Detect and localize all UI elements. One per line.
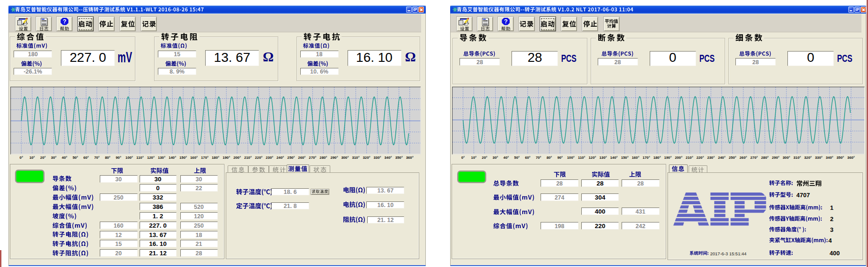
svg-text:140°: 140° (169, 156, 176, 160)
svg-text:360°: 360° (406, 156, 414, 160)
svg-text:300°: 300° (341, 156, 349, 160)
svg-text:350°: 350° (395, 156, 403, 160)
svg-text:350°: 350° (836, 156, 844, 160)
svg-text:30°: 30° (51, 156, 57, 160)
svg-text:270°: 270° (750, 156, 757, 160)
svg-text:210°: 210° (685, 156, 693, 160)
svg-text:200°: 200° (675, 156, 682, 160)
svg-text:120°: 120° (588, 156, 596, 160)
svg-text:100°: 100° (126, 156, 133, 160)
svg-text:360°: 360° (847, 156, 854, 160)
svg-text:160°: 160° (631, 156, 639, 160)
svg-text:260°: 260° (739, 156, 747, 160)
svg-text:190°: 190° (664, 156, 671, 160)
svg-text:190°: 190° (223, 156, 230, 160)
svg-text:180°: 180° (653, 156, 660, 160)
svg-text:150°: 150° (621, 156, 628, 160)
svg-text:320°: 320° (363, 156, 371, 160)
svg-text:330°: 330° (374, 156, 381, 160)
svg-text:280°: 280° (320, 156, 327, 160)
svg-text:300°: 300° (782, 156, 790, 160)
svg-text:310°: 310° (352, 156, 360, 160)
svg-text:170°: 170° (201, 156, 208, 160)
svg-text:50°: 50° (514, 156, 519, 160)
svg-text:40°: 40° (503, 156, 509, 160)
svg-text:40°: 40° (62, 156, 67, 160)
svg-text:280°: 280° (761, 156, 768, 160)
svg-text:20°: 20° (40, 156, 46, 160)
svg-text:140°: 140° (610, 156, 617, 160)
svg-text:60°: 60° (525, 156, 530, 160)
svg-text:30°: 30° (492, 156, 498, 160)
svg-text:290°: 290° (772, 156, 779, 160)
svg-text:250°: 250° (288, 156, 295, 160)
svg-text:0°: 0° (461, 156, 464, 160)
svg-text:90°: 90° (557, 156, 563, 160)
svg-text:50°: 50° (73, 156, 78, 160)
svg-text:220°: 220° (696, 156, 704, 160)
svg-text:100°: 100° (567, 156, 574, 160)
svg-text:80°: 80° (546, 156, 552, 160)
svg-text:110°: 110° (578, 156, 585, 160)
svg-text:180°: 180° (212, 156, 219, 160)
svg-text:210°: 210° (244, 156, 252, 160)
svg-text:150°: 150° (179, 156, 187, 160)
svg-text:170°: 170° (642, 156, 650, 160)
svg-text:230°: 230° (707, 156, 714, 160)
svg-text:90°: 90° (116, 156, 121, 160)
svg-text:310°: 310° (793, 156, 801, 160)
svg-text:290°: 290° (331, 156, 338, 160)
svg-text:260°: 260° (298, 156, 306, 160)
svg-text:240°: 240° (277, 156, 284, 160)
svg-text:240°: 240° (718, 156, 725, 160)
svg-text:20°: 20° (482, 156, 487, 160)
svg-text:10°: 10° (471, 156, 476, 160)
svg-text:250°: 250° (728, 156, 736, 160)
svg-text:330°: 330° (815, 156, 822, 160)
svg-text:110°: 110° (136, 156, 144, 160)
svg-text:130°: 130° (158, 156, 165, 160)
svg-text:160°: 160° (190, 156, 198, 160)
svg-text:320°: 320° (804, 156, 811, 160)
svg-text:10°: 10° (30, 156, 35, 160)
svg-text:220°: 220° (255, 156, 263, 160)
svg-text:0°: 0° (20, 156, 23, 160)
svg-text:70°: 70° (94, 156, 100, 160)
svg-text:80°: 80° (105, 156, 111, 160)
svg-text:70°: 70° (535, 156, 541, 160)
svg-text:200°: 200° (233, 156, 241, 160)
svg-text:120°: 120° (147, 156, 155, 160)
svg-text:230°: 230° (266, 156, 274, 160)
svg-text:340°: 340° (385, 156, 392, 160)
svg-text:60°: 60° (83, 156, 89, 160)
svg-text:130°: 130° (599, 156, 607, 160)
svg-text:340°: 340° (825, 156, 833, 160)
svg-text:270°: 270° (309, 156, 317, 160)
